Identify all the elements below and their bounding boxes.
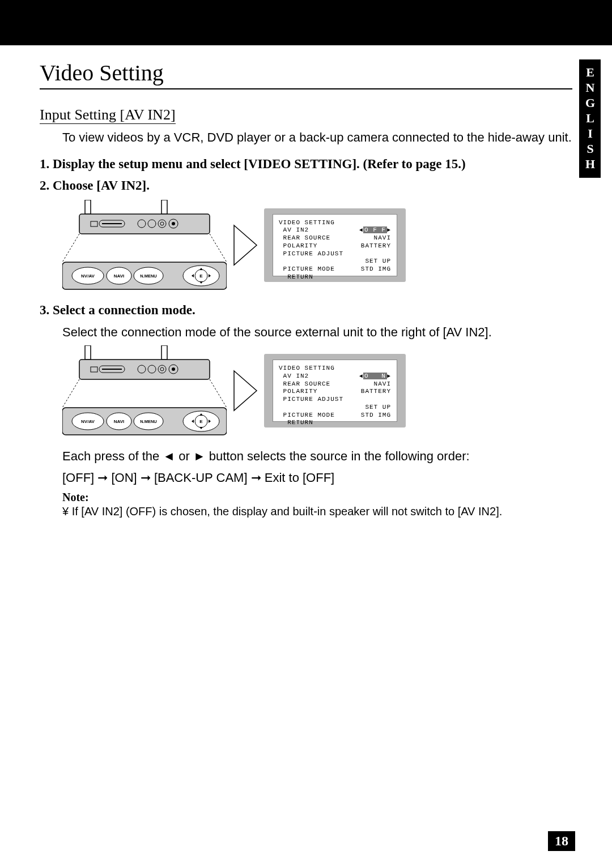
menu-title: VIDEO SETTING [279, 219, 391, 227]
page-title: Video Setting [40, 59, 572, 86]
arrow-connector-1 [231, 223, 260, 268]
arrow-connector-2 [231, 368, 260, 413]
device-illustration-1: NV/AV NAVI N.MENU E [62, 200, 227, 290]
svg-rect-2 [79, 214, 210, 234]
svg-line-37 [62, 379, 79, 408]
e-button-label: E [199, 273, 203, 279]
svg-marker-53 [234, 371, 257, 411]
title-rule: Video Setting [40, 59, 572, 89]
page-number: 18 [548, 831, 575, 851]
navi-button-label: NAVI [114, 273, 125, 279]
section-heading: Input Setting [AV IN2] [40, 106, 176, 124]
sequence-line-2: [OFF] ➞ [ON] ➞ [BACK-UP CAM] ➞ Exit to [… [62, 470, 572, 486]
svg-rect-27 [79, 360, 210, 379]
diagram-row-1: NV/AV NAVI N.MENU E VIDEO SETTING AV IN2… [62, 200, 572, 290]
svg-line-13 [210, 234, 227, 262]
svg-text:E: E [199, 419, 203, 424]
top-black-bar [0, 0, 612, 45]
sequence-line-1: Each press of the ◄ or ► button selects … [62, 448, 572, 464]
diagram-row-2: NV/AV NAVI N.MENU E VIDEO SETTING AV IN2… [62, 345, 572, 436]
svg-rect-26 [162, 345, 167, 360]
step-1: 1. Display the setup menu and select [VI… [40, 157, 572, 172]
svg-rect-1 [162, 200, 167, 214]
osd-screen-2: VIDEO SETTING AV IN2◄O N► REAR SOURCENAV… [264, 354, 406, 427]
step-2: 2. Choose [AV IN2]. [40, 178, 572, 193]
svg-rect-0 [85, 200, 91, 214]
svg-marker-24 [234, 225, 257, 265]
svg-point-36 [172, 367, 175, 371]
nvav-button-label: NV/AV [81, 273, 95, 279]
step-3: 3. Select a connection mode. [40, 303, 572, 318]
intro-text: To view videos by a VCR, DVD player or a… [62, 130, 572, 146]
svg-text:NV/AV: NV/AV [81, 419, 95, 424]
svg-text:N.MENU: N.MENU [140, 419, 157, 424]
note-text: ¥ If [AV IN2] (OFF) is chosen, the displ… [62, 504, 572, 519]
menu-title: VIDEO SETTING [279, 365, 391, 373]
note-label: Note: [62, 491, 572, 504]
svg-line-38 [210, 379, 227, 408]
svg-line-12 [62, 234, 79, 262]
osd-screen-1: VIDEO SETTING AV IN2◄O F F► REAR SOURCEN… [264, 208, 406, 282]
svg-point-11 [172, 222, 175, 225]
device-illustration-2: NV/AV NAVI N.MENU E [62, 345, 227, 436]
svg-text:NAVI: NAVI [114, 419, 125, 424]
svg-rect-25 [85, 345, 91, 360]
step-3-sub: Select the connection mode of the source… [62, 324, 572, 340]
nmenu-button-label: N.MENU [140, 273, 157, 279]
